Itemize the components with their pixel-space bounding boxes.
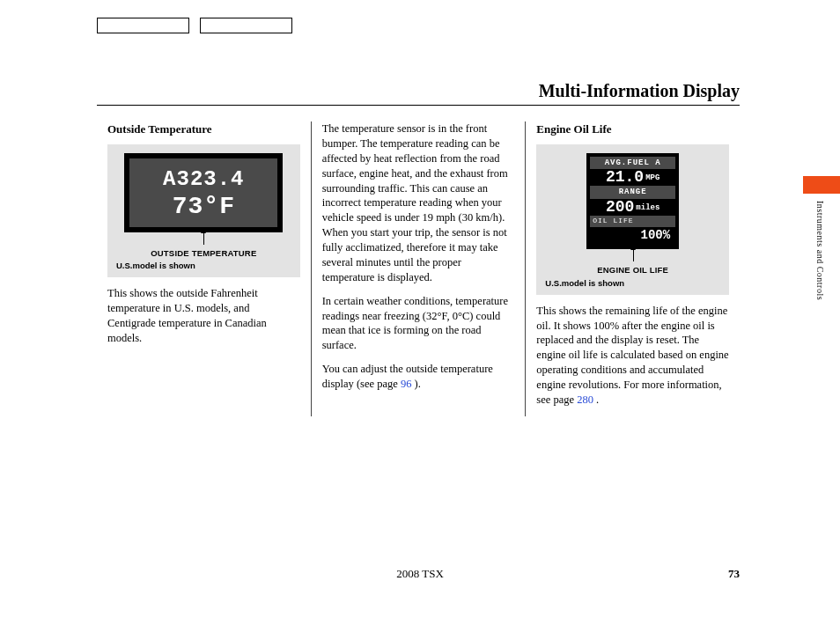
page-number: 73 (728, 567, 740, 581)
column-outside-temperature: Outside Temperature A323.4 73°F OUTSIDE … (97, 121, 311, 416)
caption-outside-temperature: OUTSIDE TEMPERATURE (116, 248, 291, 260)
display-outside-temperature: A323.4 73°F (124, 153, 283, 232)
caption-engine-oil-life: ENGINE OIL LIFE (545, 265, 720, 276)
link-page-96[interactable]: 96 (401, 378, 412, 390)
figure-engine-oil-life: AVG.FUEL A 21.0MPG RANGE 200miles OIL LI… (536, 144, 729, 295)
disp-oil-life-value: 100% (590, 227, 675, 246)
page-title: Multi-Information Display (97, 81, 740, 101)
disp-range-label: RANGE (590, 186, 675, 198)
section-tab-marker (803, 176, 840, 194)
figure-outside-temperature: A323.4 73°F OUTSIDE TEMPERATURE U.S.mode… (107, 144, 300, 278)
display-engine-oil-life: AVG.FUEL A 21.0MPG RANGE 200miles OIL LI… (586, 153, 679, 250)
top-button-bar (97, 18, 740, 37)
body-right-pre: This shows the remaining life of the eng… (536, 305, 728, 406)
para3-post: ). (411, 378, 420, 390)
caption-us-model-left: U.S.model is shown (116, 261, 291, 272)
para-sensor-3: You can adjust the outside temperature d… (322, 362, 515, 392)
top-button-1[interactable] (97, 18, 189, 33)
caption-us-model-right: U.S.model is shown (545, 278, 720, 290)
section-tab: Instruments and Controls (803, 176, 840, 300)
heading-engine-oil-life: Engine Oil Life (536, 121, 729, 137)
body-engine-oil-life: This shows the remaining life of the eng… (536, 304, 729, 408)
disp-left-line2: 73°F (129, 195, 277, 219)
disp-left-line1: A323.4 (129, 165, 277, 194)
disp-range-value: 200miles (590, 199, 675, 217)
disp-avg-fuel-label: AVG.FUEL A (590, 157, 675, 169)
content-columns: Outside Temperature A323.4 73°F OUTSIDE … (97, 121, 740, 416)
range-unit: miles (636, 203, 659, 212)
footer-model: 2008 TSX (0, 567, 840, 581)
disp-avg-fuel-value: 21.0MPG (590, 169, 675, 187)
para-sensor-2: In certain weather conditions, temperatu… (322, 294, 515, 354)
range-num: 200 (606, 198, 634, 216)
para-sensor-1: The temperature sensor is in the front b… (322, 121, 515, 285)
link-page-280[interactable]: 280 (577, 393, 593, 406)
avg-fuel-num: 21.0 (606, 168, 644, 186)
body-outside-temperature: This shows the outside Fahrenheit temper… (107, 286, 300, 346)
column-engine-oil-life: Engine Oil Life AVG.FUEL A 21.0MPG RANGE… (525, 121, 740, 416)
heading-outside-temperature: Outside Temperature (107, 121, 300, 137)
disp-oil-life-label: OIL LIFE (590, 216, 675, 227)
body-right-post: . (593, 393, 599, 406)
title-rule (97, 105, 740, 106)
section-tab-label: Instruments and Controls (815, 201, 825, 300)
top-button-2[interactable] (200, 18, 292, 33)
column-sensor-info: The temperature sensor is in the front b… (311, 121, 526, 416)
avg-fuel-unit: MPG (645, 173, 659, 182)
